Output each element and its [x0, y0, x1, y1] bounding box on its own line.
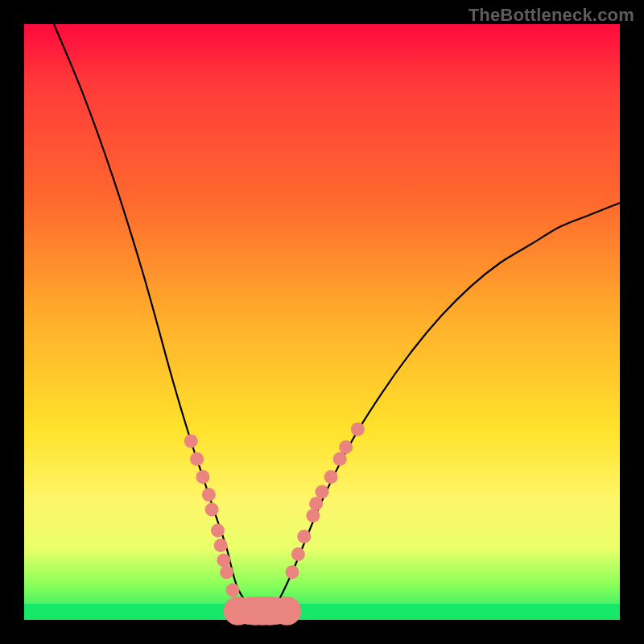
bottleneck-curve	[54, 24, 620, 620]
scatter-dot	[306, 509, 320, 522]
bottom-pill-dot	[272, 597, 301, 625]
scatter-dot	[190, 452, 204, 466]
scatter-dot	[205, 503, 219, 517]
scatter-dot	[309, 497, 323, 510]
bottom-pill-cluster	[224, 597, 302, 625]
scatter-dot	[220, 565, 233, 579]
scatter-dot	[196, 470, 210, 484]
scatter-dot	[202, 488, 216, 502]
scatter-dot	[217, 554, 230, 568]
scatter-dot	[324, 470, 338, 484]
scatter-dot	[316, 485, 329, 498]
plot-area	[24, 24, 620, 620]
scatter-dot	[297, 530, 311, 543]
curve-layer	[24, 24, 620, 620]
watermark-text: TheBottleneck.com	[469, 5, 634, 26]
scatter-dots	[184, 423, 365, 597]
scatter-dot	[211, 524, 225, 538]
scatter-dot	[226, 584, 240, 597]
scatter-dot	[351, 423, 365, 436]
scatter-dot	[214, 539, 228, 552]
chart-frame: TheBottleneck.com	[0, 0, 644, 644]
scatter-dot	[286, 565, 299, 579]
scatter-dot	[184, 435, 198, 448]
scatter-dot	[291, 547, 305, 561]
scatter-dot	[339, 440, 353, 454]
scatter-dot	[333, 452, 347, 466]
